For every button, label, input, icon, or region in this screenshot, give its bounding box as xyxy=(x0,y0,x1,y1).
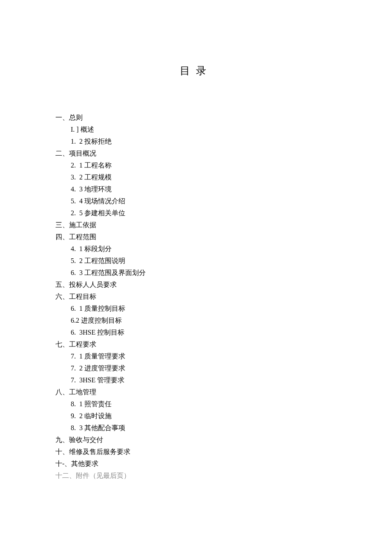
toc-entry-text: 质量控制目标 xyxy=(84,305,125,312)
toc-entry-text: 项目概况 xyxy=(69,150,96,157)
toc-entry-text: 地理环境 xyxy=(84,185,112,193)
toc-entry-number: 八、 xyxy=(55,388,69,396)
toc-entry-text: 进度管理要求 xyxy=(84,364,125,372)
toc-entry-number: 四、 xyxy=(55,233,69,240)
toc-entry-number: 二、 xyxy=(55,150,69,157)
toc-entry-text: 维修及售后服务要求 xyxy=(69,448,130,455)
toc-entry: 6. 1 质量控制目标 xyxy=(71,303,337,315)
toc-entry-number: I. ] xyxy=(71,126,81,133)
toc-entry-number: 五、 xyxy=(55,281,69,288)
toc-entry: 2. 1 工程名称 xyxy=(71,159,337,171)
toc-entry-text: 投标人人员要求 xyxy=(69,281,117,288)
toc-entry-text: 工程范围 xyxy=(69,233,96,240)
toc-entry: 四、工程范围 xyxy=(55,231,337,243)
toc-entry-number: 5. 2 xyxy=(71,257,84,264)
toc-entry: I. ] 概述 xyxy=(71,124,337,136)
toc-entry-text: 投标拒绝 xyxy=(84,138,112,145)
toc-entry-number: 8. 3 xyxy=(71,424,84,431)
toc-entry-number: 3. 2 xyxy=(71,173,84,181)
toc-entry: 三、施工依据 xyxy=(55,219,337,231)
toc-entry-text: 工程名称 xyxy=(84,162,112,169)
toc-entry: 六、工程目标 xyxy=(55,291,337,303)
toc-entry-text: 工程范围及界面划分 xyxy=(84,269,146,276)
toc-entry-number: 4. 3 xyxy=(71,185,84,193)
toc-entry: 6. 3 工程范围及界面划分 xyxy=(71,267,337,279)
toc-entry: 一、总则 xyxy=(55,112,337,124)
toc-entry-text: HSE 管理要求 xyxy=(83,376,124,384)
toc-entry-text: 验收与交付 xyxy=(69,436,103,443)
toc-entry: 5. 2 工程范围说明 xyxy=(71,255,337,267)
toc-entry-text: 工地管理 xyxy=(69,388,96,396)
toc-entry-number: 5. 4 xyxy=(71,197,84,205)
toc-entry: 7. 3HSE 管理要求 xyxy=(71,374,337,386)
toc-entry-number: 7. 3 xyxy=(71,376,83,384)
toc-entry-text: HSE 控制目标 xyxy=(83,329,124,336)
toc-entry: 8. 3 其他配合事项 xyxy=(71,422,337,434)
toc-entry-text: 标段划分 xyxy=(84,245,112,252)
toc-entry-number: 三、 xyxy=(55,221,69,228)
toc-entry-text: 工程要求 xyxy=(69,341,96,348)
toc-entry-number: 十-、 xyxy=(55,460,71,467)
toc-entry-number: 十二、 xyxy=(55,472,76,479)
toc-entry-text: 总则 xyxy=(69,114,83,121)
document-page: 目录 一、总则I. ] 概述1. 2 投标拒绝二、项目概况2. 1 工程名称3.… xyxy=(0,0,392,482)
toc-title: 目录 xyxy=(55,64,337,78)
toc-entry: 2. 5 参建相关单位 xyxy=(71,207,337,219)
toc-entry: 7. 1 质量管理要求 xyxy=(71,350,337,362)
toc-entry: 6.2 进度控制目标 xyxy=(71,315,337,327)
toc-entry-text: 照管责任 xyxy=(84,400,112,408)
toc-entry-number: 十、 xyxy=(55,448,69,455)
toc-entry-text: 工程范围说明 xyxy=(84,257,125,264)
toc-entry-number: 九、 xyxy=(55,436,69,443)
toc-entry: 五、投标人人员要求 xyxy=(55,279,337,291)
toc-entry-number: 七、 xyxy=(55,341,69,348)
toc-entry-text: 工程规模 xyxy=(84,173,112,181)
toc-entry-text: 工程目标 xyxy=(69,293,96,300)
toc-entry-number: 6. 1 xyxy=(71,305,84,312)
toc-entry: 6. 3HSE 控制目标 xyxy=(71,327,337,338)
toc-entry-text: 参建相关单位 xyxy=(84,209,125,217)
toc-entry-text: 质量管理要求 xyxy=(84,353,125,360)
toc-entry-number: 2. 5 xyxy=(71,209,84,217)
toc-entry-text: 概述 xyxy=(81,126,94,133)
toc-entry-number: 7. 2 xyxy=(71,364,84,372)
toc-entry: 九、验收与交付 xyxy=(55,434,337,446)
toc-entry-number: 8. 1 xyxy=(71,400,84,408)
toc-entry: 8. 1 照管责任 xyxy=(71,398,337,410)
toc-entry: 十二、附件（见最后页） xyxy=(55,470,337,482)
toc-entry-number: 6. 3 xyxy=(71,329,83,336)
toc-entry-number: 六、 xyxy=(55,293,69,300)
toc-entry-text: 其他配合事项 xyxy=(84,424,125,431)
toc-entry-text: 临时设施 xyxy=(84,412,112,419)
toc-entry-number: 1. 2 xyxy=(71,138,84,145)
toc-entry: 3. 2 工程规模 xyxy=(71,171,337,183)
toc-entry: 5. 4 现场情况介绍 xyxy=(71,195,337,207)
toc-entry: 八、工地管理 xyxy=(55,386,337,398)
toc-entry: 1. 2 投标拒绝 xyxy=(71,136,337,147)
toc-entry-number: 一、 xyxy=(55,114,69,121)
toc-entry-number: 4. 1 xyxy=(71,245,84,252)
toc-entry: 十-、其他要求 xyxy=(55,458,337,470)
toc-entry-text: 附件（见最后页） xyxy=(76,472,130,479)
toc-entry-number: 7. 1 xyxy=(71,353,84,360)
toc-entry-text: 现场情况介绍 xyxy=(84,197,125,205)
toc-entry-number: 6.2 xyxy=(71,317,81,324)
toc-entry-text: 进度控制目标 xyxy=(81,317,122,324)
toc-entry-number: 6. 3 xyxy=(71,269,84,276)
toc-entry: 4. 1 标段划分 xyxy=(71,243,337,255)
toc-list: 一、总则I. ] 概述1. 2 投标拒绝二、项目概况2. 1 工程名称3. 2 … xyxy=(55,112,337,482)
toc-entry-text: 施工依据 xyxy=(69,221,96,228)
toc-entry: 4. 3 地理环境 xyxy=(71,183,337,195)
toc-entry-number: 2. 1 xyxy=(71,162,84,169)
toc-entry-number: 9. 2 xyxy=(71,412,84,419)
toc-entry: 十、维修及售后服务要求 xyxy=(55,446,337,458)
toc-entry: 7. 2 进度管理要求 xyxy=(71,362,337,374)
toc-entry-text: 其他要求 xyxy=(71,460,98,467)
toc-entry: 七、工程要求 xyxy=(55,338,337,350)
toc-entry: 二、项目概况 xyxy=(55,147,337,159)
toc-entry: 9. 2 临时设施 xyxy=(71,410,337,422)
